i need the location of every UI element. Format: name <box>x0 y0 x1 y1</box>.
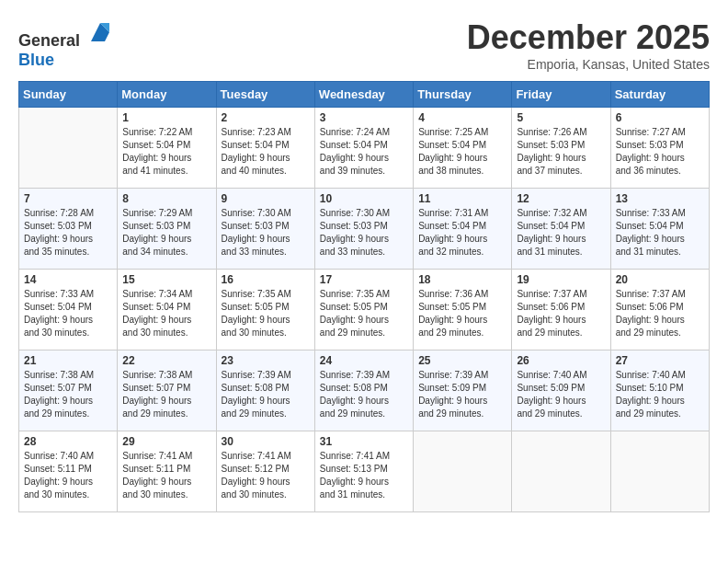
calendar-cell: 3Sunrise: 7:24 AM Sunset: 5:04 PM Daylig… <box>314 108 413 189</box>
weekday-header-sunday: Sunday <box>19 82 118 108</box>
logo-icon <box>86 18 114 46</box>
cell-content: Sunrise: 7:39 AM Sunset: 5:08 PM Dayligh… <box>222 369 310 420</box>
day-number: 7 <box>24 192 112 205</box>
calendar-cell: 28Sunrise: 7:40 AM Sunset: 5:11 PM Dayli… <box>19 431 118 512</box>
calendar-cell: 16Sunrise: 7:35 AM Sunset: 5:05 PM Dayli… <box>216 270 314 350</box>
calendar-cell: 26Sunrise: 7:40 AM Sunset: 5:09 PM Dayli… <box>512 350 610 431</box>
day-number: 27 <box>616 354 704 367</box>
calendar-cell: 1Sunrise: 7:22 AM Sunset: 5:04 PM Daylig… <box>118 108 216 189</box>
cell-content: Sunrise: 7:41 AM Sunset: 5:11 PM Dayligh… <box>122 450 210 501</box>
day-number: 1 <box>122 111 210 124</box>
day-number: 29 <box>122 435 210 448</box>
title-area: December 2025 Emporia, Kansas, United St… <box>467 18 710 72</box>
week-row-2: 7Sunrise: 7:28 AM Sunset: 5:03 PM Daylig… <box>19 189 710 270</box>
week-row-1: 1Sunrise: 7:22 AM Sunset: 5:04 PM Daylig… <box>19 108 710 189</box>
cell-content: Sunrise: 7:30 AM Sunset: 5:03 PM Dayligh… <box>320 207 408 259</box>
calendar-cell: 6Sunrise: 7:27 AM Sunset: 5:03 PM Daylig… <box>610 108 709 189</box>
day-number: 14 <box>24 273 112 286</box>
day-number: 3 <box>320 111 408 124</box>
cell-content: Sunrise: 7:38 AM Sunset: 5:07 PM Dayligh… <box>122 369 210 420</box>
calendar-cell: 2Sunrise: 7:23 AM Sunset: 5:04 PM Daylig… <box>216 108 314 189</box>
logo-general: General <box>18 31 80 50</box>
cell-content: Sunrise: 7:35 AM Sunset: 5:05 PM Dayligh… <box>222 288 310 339</box>
weekday-header-tuesday: Tuesday <box>216 82 314 108</box>
cell-content: Sunrise: 7:39 AM Sunset: 5:08 PM Dayligh… <box>320 369 408 420</box>
calendar-cell: 4Sunrise: 7:25 AM Sunset: 5:04 PM Daylig… <box>414 108 512 189</box>
day-number: 19 <box>517 273 605 286</box>
calendar-cell: 8Sunrise: 7:29 AM Sunset: 5:03 PM Daylig… <box>118 189 216 270</box>
calendar-cell: 17Sunrise: 7:35 AM Sunset: 5:05 PM Dayli… <box>314 270 413 350</box>
calendar-cell: 23Sunrise: 7:39 AM Sunset: 5:08 PM Dayli… <box>216 350 314 431</box>
cell-content: Sunrise: 7:23 AM Sunset: 5:04 PM Dayligh… <box>222 126 310 178</box>
calendar-cell: 24Sunrise: 7:39 AM Sunset: 5:08 PM Dayli… <box>314 350 413 431</box>
weekday-header-friday: Friday <box>512 82 610 108</box>
day-number: 20 <box>616 273 704 286</box>
day-number: 6 <box>616 111 704 124</box>
calendar-subtitle: Emporia, Kansas, United States <box>467 57 710 72</box>
cell-content: Sunrise: 7:38 AM Sunset: 5:07 PM Dayligh… <box>24 369 112 420</box>
day-number: 9 <box>222 192 310 205</box>
calendar-cell: 19Sunrise: 7:37 AM Sunset: 5:06 PM Dayli… <box>512 270 610 350</box>
logo: General Blue <box>18 18 114 70</box>
cell-content: Sunrise: 7:35 AM Sunset: 5:05 PM Dayligh… <box>320 288 408 339</box>
day-number: 22 <box>122 354 210 367</box>
day-number: 17 <box>320 273 408 286</box>
weekday-header-saturday: Saturday <box>610 82 709 108</box>
logo-text: General Blue <box>18 18 114 70</box>
day-number: 11 <box>418 192 506 205</box>
day-number: 18 <box>418 273 506 286</box>
calendar-cell: 15Sunrise: 7:34 AM Sunset: 5:04 PM Dayli… <box>118 270 216 350</box>
cell-content: Sunrise: 7:30 AM Sunset: 5:03 PM Dayligh… <box>222 207 310 259</box>
day-number: 2 <box>222 111 310 124</box>
cell-content: Sunrise: 7:39 AM Sunset: 5:09 PM Dayligh… <box>418 369 506 420</box>
calendar-cell: 9Sunrise: 7:30 AM Sunset: 5:03 PM Daylig… <box>216 189 314 270</box>
cell-content: Sunrise: 7:24 AM Sunset: 5:04 PM Dayligh… <box>320 126 408 178</box>
calendar-cell <box>610 431 709 512</box>
calendar-cell <box>19 108 118 189</box>
cell-content: Sunrise: 7:29 AM Sunset: 5:03 PM Dayligh… <box>122 207 210 259</box>
cell-content: Sunrise: 7:31 AM Sunset: 5:04 PM Dayligh… <box>418 207 506 259</box>
calendar-cell <box>512 431 610 512</box>
weekday-header-wednesday: Wednesday <box>314 82 413 108</box>
cell-content: Sunrise: 7:32 AM Sunset: 5:04 PM Dayligh… <box>517 207 605 259</box>
cell-content: Sunrise: 7:27 AM Sunset: 5:03 PM Dayligh… <box>616 126 704 178</box>
calendar-table: SundayMondayTuesdayWednesdayThursdayFrid… <box>18 81 710 512</box>
cell-content: Sunrise: 7:28 AM Sunset: 5:03 PM Dayligh… <box>24 207 112 259</box>
calendar-cell: 7Sunrise: 7:28 AM Sunset: 5:03 PM Daylig… <box>19 189 118 270</box>
cell-content: Sunrise: 7:41 AM Sunset: 5:12 PM Dayligh… <box>222 450 310 501</box>
cell-content: Sunrise: 7:34 AM Sunset: 5:04 PM Dayligh… <box>122 288 210 339</box>
calendar-cell: 30Sunrise: 7:41 AM Sunset: 5:12 PM Dayli… <box>216 431 314 512</box>
cell-content: Sunrise: 7:22 AM Sunset: 5:04 PM Dayligh… <box>122 126 210 178</box>
day-number: 31 <box>320 435 408 448</box>
calendar-cell: 13Sunrise: 7:33 AM Sunset: 5:04 PM Dayli… <box>610 189 709 270</box>
calendar-cell: 21Sunrise: 7:38 AM Sunset: 5:07 PM Dayli… <box>19 350 118 431</box>
day-number: 25 <box>418 354 506 367</box>
calendar-cell: 10Sunrise: 7:30 AM Sunset: 5:03 PM Dayli… <box>314 189 413 270</box>
cell-content: Sunrise: 7:33 AM Sunset: 5:04 PM Dayligh… <box>24 288 112 339</box>
logo-blue: Blue <box>18 51 54 69</box>
cell-content: Sunrise: 7:40 AM Sunset: 5:11 PM Dayligh… <box>24 450 112 501</box>
weekday-header-thursday: Thursday <box>414 82 512 108</box>
calendar-cell: 11Sunrise: 7:31 AM Sunset: 5:04 PM Dayli… <box>414 189 512 270</box>
day-number: 10 <box>320 192 408 205</box>
day-number: 12 <box>517 192 605 205</box>
calendar-body: 1Sunrise: 7:22 AM Sunset: 5:04 PM Daylig… <box>19 108 710 512</box>
cell-content: Sunrise: 7:26 AM Sunset: 5:03 PM Dayligh… <box>517 126 605 178</box>
day-number: 28 <box>24 435 112 448</box>
day-number: 13 <box>616 192 704 205</box>
cell-content: Sunrise: 7:41 AM Sunset: 5:13 PM Dayligh… <box>320 450 408 501</box>
calendar-cell: 12Sunrise: 7:32 AM Sunset: 5:04 PM Dayli… <box>512 189 610 270</box>
week-row-4: 21Sunrise: 7:38 AM Sunset: 5:07 PM Dayli… <box>19 350 710 431</box>
day-number: 8 <box>122 192 210 205</box>
calendar-cell: 20Sunrise: 7:37 AM Sunset: 5:06 PM Dayli… <box>610 270 709 350</box>
calendar-cell: 5Sunrise: 7:26 AM Sunset: 5:03 PM Daylig… <box>512 108 610 189</box>
day-number: 21 <box>24 354 112 367</box>
cell-content: Sunrise: 7:40 AM Sunset: 5:09 PM Dayligh… <box>517 369 605 420</box>
calendar-cell: 14Sunrise: 7:33 AM Sunset: 5:04 PM Dayli… <box>19 270 118 350</box>
cell-content: Sunrise: 7:37 AM Sunset: 5:06 PM Dayligh… <box>517 288 605 339</box>
week-row-5: 28Sunrise: 7:40 AM Sunset: 5:11 PM Dayli… <box>19 431 710 512</box>
cell-content: Sunrise: 7:36 AM Sunset: 5:05 PM Dayligh… <box>418 288 506 339</box>
calendar-cell: 29Sunrise: 7:41 AM Sunset: 5:11 PM Dayli… <box>118 431 216 512</box>
header: General Blue December 2025 Emporia, Kans… <box>18 18 710 72</box>
cell-content: Sunrise: 7:25 AM Sunset: 5:04 PM Dayligh… <box>418 126 506 178</box>
